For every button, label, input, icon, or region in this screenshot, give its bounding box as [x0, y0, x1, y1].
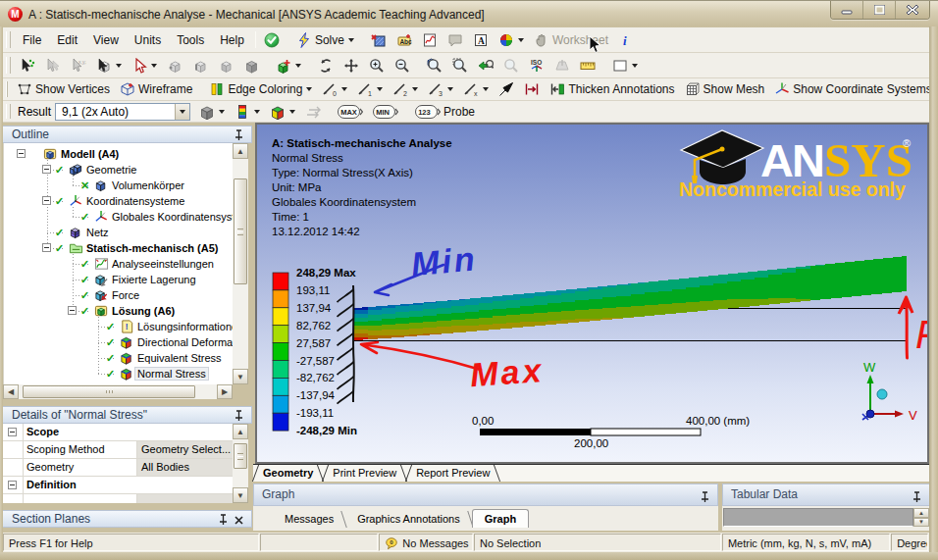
tree-item-lösung-a6-[interactable]: Lösung (A6) — [94, 303, 178, 319]
show-coordinate-systems-button[interactable]: Show Coordinate Systems — [771, 80, 934, 98]
edge-dart-button[interactable] — [495, 80, 517, 98]
info-i-button[interactable]: i — [615, 31, 637, 49]
image-capture-button[interactable] — [495, 31, 527, 49]
wireframe-button[interactable]: Wireframe — [117, 80, 195, 98]
minimize-button[interactable] — [831, 1, 863, 19]
new-label-button[interactable]: Abc — [393, 31, 415, 49]
edge-style-0-button[interactable]: 0 — [319, 80, 350, 98]
iso-view-button[interactable]: ISO — [526, 57, 547, 75]
thicken-annotations-button[interactable]: Thicken Annotations — [547, 80, 677, 98]
tree-item-globales-koordinatensystem[interactable]: Globales Koordinatensystem — [94, 209, 233, 225]
pin-icon[interactable] — [219, 514, 228, 531]
show-mesh-button[interactable]: Show Mesh — [682, 80, 768, 98]
tree-item-koordinatensysteme[interactable]: Koordinatensysteme — [69, 193, 187, 209]
tree-item-lösungsinformationen[interactable]: !Lösungsinformationen — [120, 319, 233, 334]
scroll-thumb[interactable] — [23, 385, 195, 398]
edge-coloring-button[interactable]: Edge Coloring — [206, 80, 315, 98]
tree-expander[interactable] — [42, 243, 51, 252]
edge-style-3-button[interactable]: 3 — [425, 80, 456, 98]
edge-style-1-button[interactable]: 1 — [354, 80, 386, 98]
toolbar-grip[interactable] — [6, 31, 11, 49]
graph-tab-graph[interactable]: Graph — [472, 509, 529, 528]
menu-file[interactable]: File — [15, 28, 49, 52]
new-section-plane-button[interactable] — [368, 31, 390, 49]
pick-label-button[interactable] — [17, 57, 38, 75]
details-value[interactable]: Geometry Select... — [137, 441, 233, 458]
pin-icon[interactable] — [912, 489, 921, 510]
close-button[interactable] — [896, 1, 929, 19]
magnifier-button[interactable] — [500, 57, 522, 75]
contours-cube-button[interactable] — [196, 103, 228, 121]
probe-badge-button[interactable]: 123Probe — [412, 104, 478, 120]
select-mode-button[interactable] — [93, 57, 125, 75]
view-tab-geometry[interactable]: Geometry — [253, 465, 323, 482]
details-value[interactable] — [137, 494, 233, 503]
tree-expander[interactable] — [42, 196, 51, 205]
look-at-button[interactable] — [551, 57, 573, 75]
solve-status-check-button[interactable] — [261, 31, 283, 49]
tree-expander[interactable] — [17, 149, 26, 158]
zoom-in-button[interactable] — [366, 57, 388, 75]
details-vertical-scrollbar[interactable]: ▲▼ — [233, 424, 248, 503]
annotation-a-button[interactable]: A — [470, 31, 492, 49]
tree-expander[interactable] — [68, 306, 77, 315]
tree-item-equivalent-stress[interactable]: Equivalent Stress — [120, 350, 225, 366]
graphics-viewport[interactable]: A: Statisch-mechanische AnalyseNormal St… — [255, 123, 929, 464]
ruler-units-button[interactable] — [577, 57, 599, 75]
zoom-out-button[interactable] — [391, 57, 413, 75]
pick-xyz-button[interactable]: x,y,z — [68, 57, 89, 75]
pick-dual-button[interactable] — [42, 57, 64, 75]
tree-item-statisch-mechanisch-a5-[interactable]: Statisch-mechanisch (A5) — [69, 240, 221, 256]
select-vertex-button[interactable] — [164, 57, 185, 75]
scroll-up-button[interactable]: ▲ — [233, 424, 248, 439]
max-badge-button[interactable]: MAX — [335, 104, 366, 120]
edge-style-x-button[interactable]: x — [460, 80, 492, 98]
colored-cube-button[interactable] — [267, 103, 298, 121]
details-property-row[interactable] — [3, 494, 233, 503]
scroll-down-button[interactable]: ▼ — [233, 487, 248, 503]
tree-item-geometrie[interactable]: Geometrie — [69, 162, 139, 178]
outline-vertical-scrollbar[interactable]: ▲▼ — [233, 143, 248, 384]
select-face-button[interactable] — [215, 57, 236, 75]
edge-style-2-button[interactable]: 2 — [390, 80, 421, 98]
details-value[interactable]: All Bodies — [137, 459, 233, 476]
scroll-thumb[interactable] — [234, 178, 247, 284]
tree-item-volumenkörper[interactable]: Volumenkörper — [94, 178, 187, 193]
tree-item-modell-a4-[interactable]: Modell (A4) — [43, 146, 122, 162]
select-pointer-button[interactable] — [129, 57, 160, 75]
toolbar-grip[interactable] — [6, 81, 8, 96]
min-badge-button[interactable]: MIN — [370, 104, 401, 120]
show-vertices-button[interactable]: Show Vertices — [14, 80, 113, 98]
menu-help[interactable]: Help — [212, 28, 252, 52]
zoom-fit-button[interactable] — [424, 57, 445, 75]
toolbar-grip[interactable] — [6, 104, 11, 119]
pin-icon[interactable] — [701, 489, 709, 510]
view-tab-report-preview[interactable]: Report Preview — [406, 465, 499, 482]
close-panel-icon[interactable] — [234, 513, 243, 530]
scroll-down-button[interactable]: ▼ — [233, 369, 248, 384]
rotate-view-button[interactable] — [315, 57, 337, 75]
pan-view-button[interactable] — [340, 57, 362, 75]
scroll-thumb[interactable] — [234, 443, 247, 469]
toolbar-grip[interactable] — [6, 57, 11, 75]
geometry-arrows-button[interactable] — [302, 103, 324, 121]
viewports-button[interactable] — [609, 57, 641, 75]
menu-edit[interactable]: Edit — [49, 28, 85, 52]
edge-direction-button[interactable] — [521, 80, 543, 98]
contour-bands-button[interactable] — [232, 103, 263, 121]
category-expander[interactable] — [8, 481, 17, 489]
tree-item-analyseeinstellungen[interactable]: Analyseeinstellungen — [94, 256, 217, 272]
zoom-back-button[interactable] — [475, 57, 496, 75]
combo-dropdown-button[interactable] — [175, 104, 189, 120]
view-tab-print-preview[interactable]: Print Preview — [323, 465, 406, 482]
comment-button[interactable] — [444, 31, 466, 49]
maximize-button[interactable] — [863, 1, 896, 19]
graph-tab-graphics-annotations[interactable]: Graphics Annotations — [345, 510, 472, 528]
tree-item-normal-stress[interactable]: Normal Stress — [120, 366, 209, 382]
tree-item-force[interactable]: Force — [94, 287, 142, 303]
scroll-right-button[interactable]: ▶ — [217, 384, 233, 399]
result-scale-combobox[interactable]: 9,1 (2x Auto) — [55, 103, 190, 121]
graph-tab-messages[interactable]: Messages — [273, 510, 345, 528]
category-expander[interactable] — [8, 428, 17, 436]
menu-units[interactable]: Units — [127, 28, 169, 52]
